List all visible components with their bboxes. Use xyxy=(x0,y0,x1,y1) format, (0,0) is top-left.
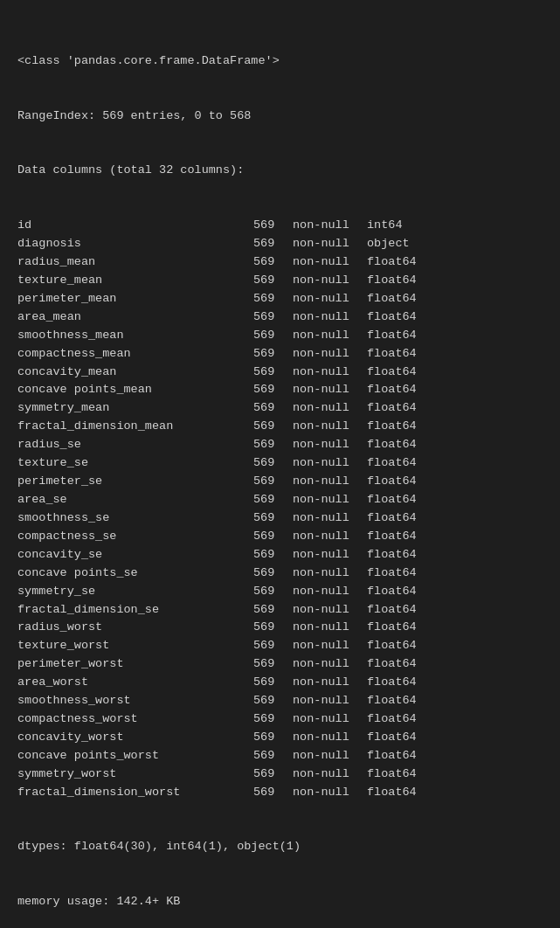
rangeindex-line: RangeIndex: 569 entries, 0 to 568 xyxy=(17,107,543,126)
table-row: texture_worst569non-nullfloat64 xyxy=(17,637,543,655)
column-name: texture_mean xyxy=(17,272,253,290)
column-dtype: float64 xyxy=(367,272,417,290)
column-dtype: float64 xyxy=(367,637,417,655)
column-dtype: float64 xyxy=(367,619,417,637)
column-null: non-null xyxy=(293,729,367,747)
column-null: non-null xyxy=(293,235,367,253)
column-count: 569 xyxy=(253,655,293,674)
table-row: compactness_mean569non-nullfloat64 xyxy=(17,345,543,364)
table-row: concave points_mean569non-nullfloat64 xyxy=(17,381,543,399)
column-null: non-null xyxy=(293,747,367,765)
table-row: area_mean569non-nullfloat64 xyxy=(17,308,543,327)
columns-list: id569non-nullint64diagnosis569non-nullob… xyxy=(17,217,543,802)
column-dtype: float64 xyxy=(367,784,417,802)
table-row: symmetry_mean569non-nullfloat64 xyxy=(17,399,543,418)
table-row: concave points_worst569non-nullfloat64 xyxy=(17,747,543,765)
column-dtype: float64 xyxy=(367,399,417,418)
column-null: non-null xyxy=(293,217,367,235)
table-row: smoothness_worst569non-nullfloat64 xyxy=(17,692,543,710)
column-name: compactness_mean xyxy=(17,345,253,364)
column-dtype: float64 xyxy=(367,491,417,509)
table-row: diagnosis569non-nullobject xyxy=(17,235,543,253)
table-row: compactness_worst569non-nullfloat64 xyxy=(17,710,543,729)
column-null: non-null xyxy=(293,345,367,364)
table-row: compactness_se569non-nullfloat64 xyxy=(17,528,543,546)
column-name: radius_se xyxy=(17,436,253,454)
column-dtype: int64 xyxy=(367,217,403,235)
column-count: 569 xyxy=(253,784,293,802)
column-name: symmetry_se xyxy=(17,583,253,601)
table-row: fractal_dimension_se569non-nullfloat64 xyxy=(17,601,543,620)
column-dtype: float64 xyxy=(367,454,417,473)
column-null: non-null xyxy=(293,454,367,473)
table-row: texture_mean569non-nullfloat64 xyxy=(17,272,543,290)
column-count: 569 xyxy=(253,473,293,491)
column-name: perimeter_mean xyxy=(17,290,253,308)
column-null: non-null xyxy=(293,619,367,637)
column-null: non-null xyxy=(293,491,367,509)
table-row: area_se569non-nullfloat64 xyxy=(17,491,543,509)
column-count: 569 xyxy=(253,619,293,637)
class-line: <class 'pandas.core.frame.DataFrame'> xyxy=(17,52,543,71)
column-count: 569 xyxy=(253,272,293,290)
column-count: 569 xyxy=(253,381,293,399)
column-count: 569 xyxy=(253,491,293,509)
column-dtype: float64 xyxy=(367,528,417,546)
memory-line: memory usage: 142.4+ KB xyxy=(17,893,543,911)
column-name: concave points_se xyxy=(17,564,253,583)
column-dtype: float64 xyxy=(367,381,417,399)
column-dtype: float64 xyxy=(367,509,417,528)
column-name: id xyxy=(17,217,253,235)
column-count: 569 xyxy=(253,364,293,382)
table-row: symmetry_worst569non-nullfloat64 xyxy=(17,765,543,784)
column-name: radius_worst xyxy=(17,619,253,637)
column-count: 569 xyxy=(253,564,293,583)
column-count: 569 xyxy=(253,729,293,747)
column-count: 569 xyxy=(253,601,293,620)
column-name: smoothness_worst xyxy=(17,692,253,710)
column-name: compactness_worst xyxy=(17,710,253,729)
column-dtype: float64 xyxy=(367,290,417,308)
column-dtype: float64 xyxy=(367,765,417,784)
column-null: non-null xyxy=(293,655,367,674)
column-dtype: float64 xyxy=(367,601,417,620)
column-dtype: float64 xyxy=(367,564,417,583)
column-name: compactness_se xyxy=(17,528,253,546)
column-null: non-null xyxy=(293,765,367,784)
column-dtype: float64 xyxy=(367,655,417,674)
column-name: area_worst xyxy=(17,674,253,692)
table-row: radius_worst569non-nullfloat64 xyxy=(17,619,543,637)
column-count: 569 xyxy=(253,509,293,528)
column-dtype: float64 xyxy=(367,692,417,710)
table-row: concavity_mean569non-nullfloat64 xyxy=(17,364,543,382)
column-null: non-null xyxy=(293,308,367,327)
column-count: 569 xyxy=(253,747,293,765)
column-null: non-null xyxy=(293,583,367,601)
column-dtype: float64 xyxy=(367,345,417,364)
column-name: concavity_mean xyxy=(17,364,253,382)
column-dtype: float64 xyxy=(367,253,417,272)
column-null: non-null xyxy=(293,564,367,583)
column-null: non-null xyxy=(293,784,367,802)
column-count: 569 xyxy=(253,217,293,235)
column-null: non-null xyxy=(293,528,367,546)
table-row: fractal_dimension_mean569non-nullfloat64 xyxy=(17,418,543,436)
table-row: radius_mean569non-nullfloat64 xyxy=(17,253,543,272)
column-count: 569 xyxy=(253,290,293,308)
column-dtype: float64 xyxy=(367,308,417,327)
column-count: 569 xyxy=(253,253,293,272)
table-row: concavity_worst569non-nullfloat64 xyxy=(17,729,543,747)
column-name: fractal_dimension_mean xyxy=(17,418,253,436)
column-null: non-null xyxy=(293,327,367,345)
table-row: id569non-nullint64 xyxy=(17,217,543,235)
column-dtype: float64 xyxy=(367,436,417,454)
column-count: 569 xyxy=(253,345,293,364)
column-count: 569 xyxy=(253,583,293,601)
table-row: smoothness_mean569non-nullfloat64 xyxy=(17,327,543,345)
table-row: concavity_se569non-nullfloat64 xyxy=(17,546,543,564)
column-name: concave points_worst xyxy=(17,747,253,765)
column-null: non-null xyxy=(293,399,367,418)
column-name: concavity_worst xyxy=(17,729,253,747)
column-count: 569 xyxy=(253,436,293,454)
column-count: 569 xyxy=(253,235,293,253)
